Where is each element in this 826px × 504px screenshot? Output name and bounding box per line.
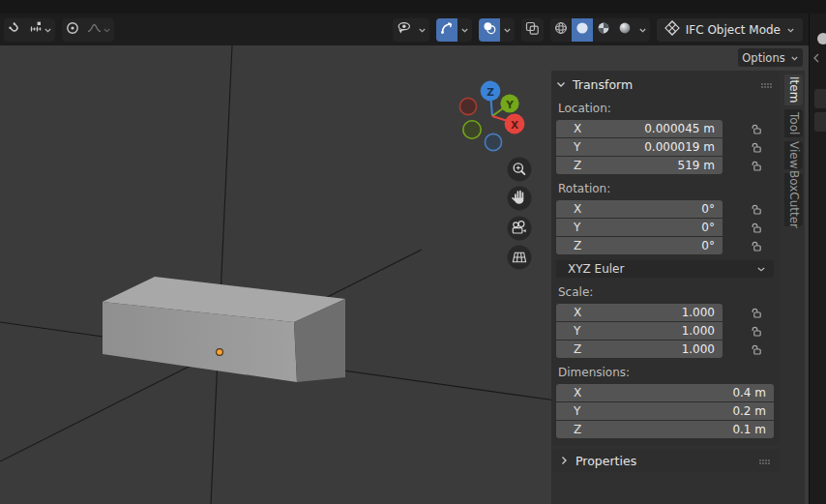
shading-wireframe-button[interactable]: [550, 18, 572, 42]
show-overlays-icon: [482, 20, 497, 39]
rotation-mode-dropdown[interactable]: XYZ Euler: [556, 260, 774, 278]
tab-boxcutter[interactable]: BoxCutter: [784, 173, 803, 226]
panel-title: Properties: [575, 454, 636, 468]
shading-material-button[interactable]: [593, 18, 614, 42]
mode-selector-label: IFC Object Mode: [686, 23, 781, 37]
lock-icon[interactable]: [750, 123, 762, 135]
transform-panel-header[interactable]: Transform: [556, 74, 775, 94]
location-y-field[interactable]: Y 0.000019 m: [556, 138, 723, 156]
strip-tab[interactable]: [814, 112, 826, 132]
falloff-dropdown[interactable]: [83, 18, 114, 42]
shading-solid-button[interactable]: [572, 18, 593, 42]
scale-z-field[interactable]: Z 1.000: [556, 341, 723, 358]
gizmos-dropdown[interactable]: [457, 18, 472, 42]
lock-icon[interactable]: [750, 203, 762, 216]
field-value: 1.000: [682, 342, 715, 356]
shading-dropdown[interactable]: [635, 18, 650, 42]
viewport-nav-buttons: [508, 158, 532, 270]
dimensions-y-field[interactable]: Y 0.2 m: [556, 402, 774, 420]
grip-icon[interactable]: [758, 454, 771, 468]
tab-tool[interactable]: Tool: [784, 109, 803, 137]
tab-item[interactable]: Item: [784, 74, 803, 105]
snap-target-dropdown[interactable]: [25, 18, 55, 42]
show-gizmos-button[interactable]: [436, 18, 457, 42]
grip-icon[interactable]: [760, 77, 773, 92]
chevron-down-icon: [556, 80, 566, 88]
field-value: 0.2 m: [732, 404, 766, 418]
shading-rendered-button[interactable]: [614, 18, 635, 42]
tab-view[interactable]: View: [784, 141, 803, 169]
axis-label: X: [574, 202, 581, 216]
scale-y-row: Y 1.000: [556, 322, 775, 340]
right-editor-edge: [809, 14, 826, 504]
field-value: 0.000045 m: [644, 122, 715, 135]
chevron-down-icon: [103, 23, 111, 37]
mode-selector[interactable]: IFC Object Mode: [657, 18, 803, 42]
axis-label: Y: [574, 404, 580, 418]
options-button[interactable]: Options: [738, 48, 803, 67]
box-object[interactable]: [103, 277, 345, 382]
rotation-z-row: Z 0°: [556, 237, 775, 254]
proportional-group: [62, 18, 114, 42]
dimensions-y-row: Y 0.2 m: [556, 402, 775, 420]
scale-label: Scale:: [558, 285, 775, 300]
gizmo-axis-neg-z[interactable]: [485, 133, 501, 150]
axis-label: Z: [574, 159, 581, 172]
snap-toggle-button[interactable]: [4, 18, 25, 42]
strip-tab[interactable]: [814, 89, 826, 108]
xray-group: [521, 18, 544, 42]
scale-y-field[interactable]: Y 1.000: [556, 322, 723, 340]
rotation-z-field[interactable]: Z 0°: [556, 237, 723, 254]
gizmo-y-label: Y: [505, 99, 514, 110]
camera-view-button[interactable]: [508, 217, 532, 241]
overlays-dropdown[interactable]: [500, 18, 515, 42]
pan-button[interactable]: [508, 187, 532, 211]
rotation-x-field[interactable]: X 0°: [556, 200, 723, 218]
show-object-types-icon: [396, 20, 412, 39]
proportional-editing-button[interactable]: [62, 18, 83, 42]
zoom-button[interactable]: [508, 158, 532, 182]
gizmo-axis-neg-x[interactable]: [459, 98, 476, 114]
axis-label: Y: [574, 221, 580, 234]
ortho-toggle-button[interactable]: [508, 246, 532, 270]
lock-icon[interactable]: [750, 343, 762, 356]
scale-x-row: X 1.000: [556, 304, 775, 321]
axis-label: Z: [574, 239, 581, 252]
shading-material-icon: [596, 20, 611, 39]
lock-icon[interactable]: [750, 240, 762, 252]
field-value: 0.1 m: [732, 423, 766, 436]
properties-panel-header[interactable]: Properties: [551, 449, 780, 472]
navigation-gizmo[interactable]: Z Y X: [459, 81, 524, 151]
location-x-field[interactable]: X 0.000045 m: [556, 120, 723, 137]
chevron-down-icon: [44, 23, 52, 37]
object-types-dropdown[interactable]: [415, 18, 429, 42]
show-object-types-button[interactable]: [393, 18, 415, 42]
scale-x-field[interactable]: X 1.000: [556, 304, 723, 321]
lock-icon[interactable]: [750, 141, 762, 154]
rotation-y-row: Y 0°: [556, 219, 775, 236]
proportional-editing-icon: [65, 20, 80, 39]
dimensions-x-field[interactable]: X 0.4 m: [556, 384, 774, 401]
axis-label: Y: [574, 140, 580, 154]
axis-label: X: [574, 386, 581, 400]
gizmo-group: [436, 18, 472, 42]
lock-icon[interactable]: [750, 307, 762, 319]
dimensions-x-row: X 0.4 m: [556, 384, 775, 401]
xray-toggle-button[interactable]: [521, 18, 544, 42]
lock-icon[interactable]: [750, 160, 762, 172]
chevron-down-icon: [786, 23, 795, 37]
show-gizmo-icon: [439, 20, 455, 39]
scene-axis-lines: [0, 45, 563, 504]
rotation-y-field[interactable]: Y 0°: [556, 219, 723, 236]
dimensions-z-field[interactable]: Z 0.1 m: [556, 421, 774, 438]
lock-icon[interactable]: [750, 325, 762, 338]
options-label: Options: [742, 51, 784, 65]
rotation-x-row: X 0°: [556, 200, 775, 218]
show-overlays-button[interactable]: [479, 18, 500, 42]
snap-group: [4, 18, 55, 42]
gizmo-axis-neg-y[interactable]: [463, 121, 481, 138]
object-types-group: [393, 18, 429, 42]
lock-icon[interactable]: [750, 222, 762, 234]
location-z-field[interactable]: Z 519 m: [556, 157, 723, 174]
shading-solid-icon: [575, 20, 590, 39]
